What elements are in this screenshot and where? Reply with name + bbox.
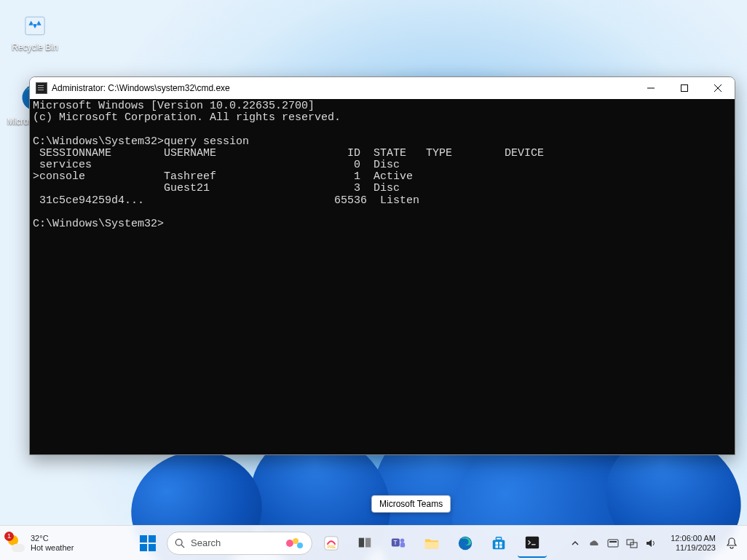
desktop-icon-label: Recycle Bin xyxy=(6,42,64,52)
svg-rect-23 xyxy=(425,542,438,548)
svg-point-12 xyxy=(286,540,293,547)
close-button[interactable] xyxy=(701,77,735,99)
svg-rect-8 xyxy=(140,544,147,551)
window-titlebar[interactable]: Administrator: C:\Windows\system32\cmd.e… xyxy=(30,77,735,99)
svg-point-10 xyxy=(175,539,182,545)
svg-point-21 xyxy=(400,538,405,543)
svg-rect-27 xyxy=(496,542,499,545)
svg-rect-22 xyxy=(400,543,405,547)
taskbar-edge[interactable] xyxy=(451,529,480,558)
taskbar-terminal[interactable] xyxy=(518,529,547,558)
maximize-button[interactable] xyxy=(668,77,701,99)
svg-rect-26 xyxy=(496,537,501,540)
svg-point-13 xyxy=(293,538,299,544)
tray-onedrive-icon[interactable] xyxy=(588,537,600,549)
svg-rect-34 xyxy=(609,541,617,543)
clock-date: 11/19/2023 xyxy=(671,543,716,553)
svg-rect-25 xyxy=(493,540,505,549)
tray-chevron-icon[interactable] xyxy=(569,537,581,549)
weather-icon: 1 xyxy=(7,535,25,552)
svg-rect-18 xyxy=(365,537,371,547)
taskbar-microsoft-store[interactable] xyxy=(484,529,513,558)
taskbar-file-explorer[interactable] xyxy=(417,529,446,558)
search-label: Search xyxy=(191,537,280,548)
desktop-icon-recycle-bin[interactable]: Recycle Bin xyxy=(6,7,64,52)
terminal-icon xyxy=(524,535,540,551)
copilot-icon: PRE xyxy=(323,535,339,551)
taskbar-clock[interactable]: 12:06:00 AM 11/19/2023 xyxy=(667,534,719,552)
svg-rect-31 xyxy=(526,536,539,548)
store-icon xyxy=(491,535,507,551)
taskbar-copilot[interactable]: PRE xyxy=(317,529,346,558)
search-highlight-icon xyxy=(285,537,304,550)
svg-text:PRE: PRE xyxy=(328,545,336,549)
weather-desc: Hot weather xyxy=(31,543,74,552)
taskbar-search[interactable]: Search xyxy=(167,532,312,555)
taskbar-weather-widget[interactable]: 1 32°C Hot weather xyxy=(0,534,116,551)
taskbar-teams[interactable]: T xyxy=(384,529,413,558)
start-button[interactable] xyxy=(133,529,162,558)
weather-badge: 1 xyxy=(4,532,14,541)
clock-time: 12:06:00 AM xyxy=(671,534,716,543)
file-explorer-icon xyxy=(424,535,440,551)
svg-line-11 xyxy=(181,545,184,548)
svg-rect-6 xyxy=(140,535,147,543)
taskbar: 1 32°C Hot weather Search PRE T xyxy=(0,525,747,560)
tray-volume-icon[interactable] xyxy=(645,537,657,549)
system-tray[interactable] xyxy=(564,537,663,549)
bell-icon xyxy=(725,537,738,550)
cmd-app-icon xyxy=(36,82,47,94)
teams-icon: T xyxy=(390,535,406,551)
svg-rect-29 xyxy=(496,545,499,548)
svg-rect-28 xyxy=(499,542,502,545)
task-view-icon xyxy=(357,535,373,551)
cmd-window: Administrator: C:\Windows\system32\cmd.e… xyxy=(29,76,735,455)
window-title: Administrator: C:\Windows\system32\cmd.e… xyxy=(52,83,230,93)
tray-language-icon[interactable] xyxy=(607,537,619,549)
weather-temp: 32°C xyxy=(31,534,74,543)
recycle-bin-icon xyxy=(19,7,51,39)
windows-logo-icon xyxy=(139,535,157,552)
tray-network-icon[interactable] xyxy=(626,537,638,549)
minimize-button[interactable] xyxy=(634,77,668,99)
svg-rect-33 xyxy=(608,540,618,547)
svg-rect-7 xyxy=(149,535,156,543)
svg-point-14 xyxy=(297,543,303,548)
svg-rect-17 xyxy=(359,537,364,547)
search-icon xyxy=(175,538,185,548)
svg-rect-30 xyxy=(499,545,502,548)
svg-rect-3 xyxy=(681,85,688,92)
svg-text:T: T xyxy=(394,539,398,545)
taskbar-task-view[interactable] xyxy=(350,529,379,558)
svg-rect-9 xyxy=(149,544,156,551)
notifications-button[interactable] xyxy=(724,535,740,551)
terminal-output[interactable]: Microsoft Windows [Version 10.0.22635.27… xyxy=(30,99,735,454)
edge-icon xyxy=(457,535,473,551)
taskbar-tooltip: Microsoft Teams xyxy=(371,495,451,513)
